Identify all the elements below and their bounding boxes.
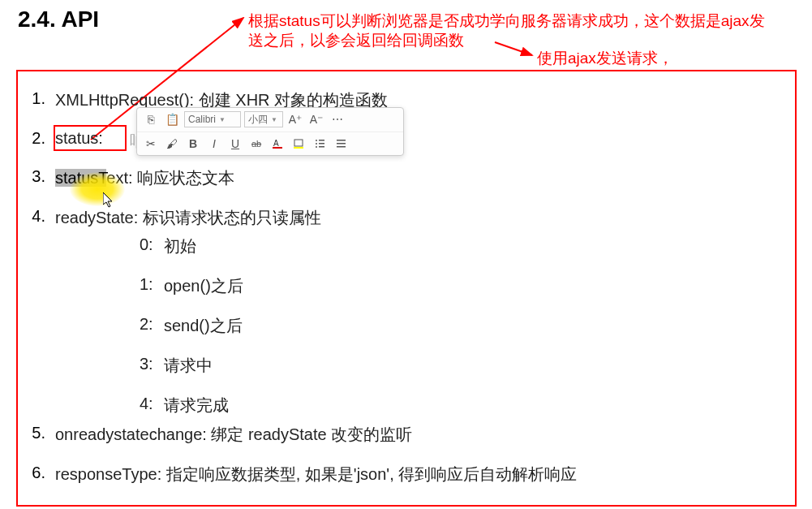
item-text: responseType: 指定响应数据类型, 如果是'json', 得到响应后… [55, 464, 788, 485]
item-number: 1. [26, 89, 55, 108]
italic-button[interactable]: I [205, 135, 223, 153]
strikethrough-button[interactable]: ab [247, 135, 265, 153]
svg-rect-8 [319, 140, 324, 141]
svg-point-9 [316, 143, 317, 145]
paste-icon[interactable]: 📋 [163, 110, 181, 128]
item-number: 5. [26, 424, 55, 442]
bullets-icon[interactable] [311, 135, 329, 153]
selected-text[interactable]: statusT [55, 169, 106, 187]
sub-item: 4:请求完成 [140, 395, 243, 416]
underline-button[interactable]: U [226, 135, 244, 153]
more-icon[interactable]: ⋯ [329, 110, 346, 128]
item-number: 3. [26, 167, 55, 186]
formatting-toolbar[interactable]: ⎘ 📋 Calibri▼ 小四▼ A⁺ A⁻ ⋯ ✂ 🖌 B I U ab A [136, 107, 404, 156]
svg-point-7 [316, 140, 317, 141]
list-item: 4. readyState: 标识请求状态的只读属性 [26, 207, 788, 229]
font-color-icon[interactable]: A [269, 135, 286, 153]
svg-point-11 [316, 146, 317, 148]
list-item: 6. responseType: 指定响应数据类型, 如果是'json', 得到… [26, 464, 788, 485]
svg-rect-10 [319, 143, 324, 145]
svg-text:A: A [273, 139, 279, 148]
sub-item: 1:open()之后 [140, 275, 243, 297]
list-item: 3. statusText: 响应状态文本 [26, 167, 788, 189]
svg-rect-5 [294, 140, 303, 146]
toolbar-row-1: ⎘ 📋 Calibri▼ 小四▼ A⁺ A⁻ ⋯ [137, 108, 403, 132]
decrease-font-icon[interactable]: A⁻ [307, 110, 325, 128]
svg-rect-6 [294, 147, 303, 149]
format-painter-icon[interactable]: 🖌 [163, 135, 181, 153]
item-number: 4. [26, 207, 55, 226]
item-text: readyState: 标识请求状态的只读属性 [55, 207, 788, 229]
item-text: statusText: 响应状态文本 [55, 167, 788, 189]
annotation-text-1: 根据status可以判断浏览器是否成功学向服务器请求成功，这个数据是ajax发 … [248, 11, 800, 50]
numbering-icon[interactable] [332, 135, 350, 153]
toolbar-row-2: ✂ 🖌 B I U ab A [137, 132, 403, 155]
svg-rect-14 [337, 143, 346, 145]
bold-button[interactable]: B [184, 135, 202, 153]
sub-item: 2:send()之后 [140, 315, 243, 337]
font-size-select[interactable]: 小四▼ [244, 111, 283, 127]
item-number: 2. [26, 129, 55, 148]
readystate-sublist: 0:初始 1:open()之后 2:send()之后 3:请求中 4:请求完成 [140, 235, 243, 434]
svg-rect-12 [319, 146, 324, 148]
highlight-color-icon[interactable] [290, 135, 307, 153]
font-select[interactable]: Calibri▼ [184, 111, 241, 127]
svg-rect-4 [273, 147, 282, 149]
sub-item: 3:请求中 [140, 355, 243, 377]
annotation-text-2: 使用ajax发送请求， [537, 49, 673, 68]
copy-icon[interactable]: ⎘ [142, 110, 160, 128]
increase-font-icon[interactable]: A⁺ [286, 110, 304, 128]
sub-item: 0:初始 [140, 235, 243, 257]
section-title: 2.4. API [18, 6, 99, 32]
svg-rect-15 [337, 146, 346, 148]
svg-rect-13 [337, 140, 346, 141]
cut-icon[interactable]: ✂ [142, 135, 160, 153]
item-number: 6. [26, 464, 55, 482]
